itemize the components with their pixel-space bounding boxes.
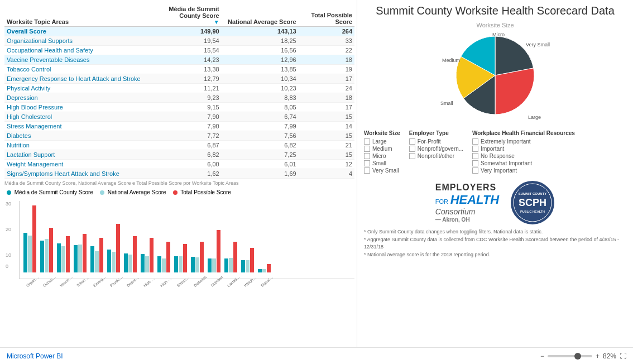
filter-item: Very Important — [472, 167, 575, 174]
table-row: Tobacco Control 13,38 13,85 19 — [4, 65, 354, 74]
cell-total: 18 — [299, 55, 354, 65]
bar-group: Depression — [122, 236, 138, 279]
checkbox-extremely-important[interactable] — [472, 138, 478, 145]
cell-national: 6,74 — [222, 112, 299, 122]
bar-label: Emergency Respo... — [93, 275, 107, 288]
svg-text:SUMMIT COUNTY: SUMMIT COUNTY — [519, 192, 547, 195]
bar-national — [195, 257, 199, 272]
cell-total: 21 — [299, 141, 354, 150]
pie-segment-large — [495, 68, 534, 114]
cell-national: 7,56 — [222, 131, 299, 141]
table-row: Depression 9,23 8,83 18 — [4, 93, 354, 103]
pie-label-large: Large — [528, 114, 541, 120]
bar-group: Lactation Support — [223, 242, 238, 279]
bar-group: Occupational Heal... — [39, 228, 54, 279]
zoom-slider[interactable] — [548, 355, 592, 357]
bar-label: Signs/Symptoms ... — [260, 275, 275, 288]
filter-worksite-label: Worksite Size — [364, 130, 400, 136]
cell-national: 1,69 — [222, 169, 299, 179]
bars-row — [90, 238, 103, 272]
cell-topic: Overall Score — [4, 27, 145, 36]
cell-total: 15 — [299, 131, 354, 141]
cell-summit: 11,21 — [145, 84, 222, 93]
bar-summit — [157, 256, 161, 272]
checkbox-large[interactable] — [364, 138, 370, 145]
bar-summit — [224, 258, 228, 272]
bar-group: Physical Activity — [106, 224, 121, 279]
cell-summit: 13,38 — [145, 65, 222, 74]
checkbox-nonprofit-gov[interactable] — [409, 146, 415, 152]
checkbox-medium[interactable] — [364, 146, 370, 152]
bar-group: Organizational Su... — [22, 205, 37, 279]
filter-employer-type: Employer Type For-Profit Nonprofit/gover… — [409, 130, 463, 175]
checkbox-small[interactable] — [364, 160, 370, 166]
powerbi-link[interactable]: Microsoft Power BI — [7, 352, 63, 360]
table-row: Signs/Symptoms Heart Attack and Stroke 1… — [4, 169, 354, 179]
table-row: High Cholesterol 7,90 6,74 15 — [4, 112, 354, 122]
bar-chart: Organizational Su... Occupational Heal..… — [19, 201, 354, 279]
filter-financial: Workplace Health Financial Resources Ext… — [472, 130, 575, 175]
cell-topic: Signs/Symptoms Heart Attack and Stroke — [4, 169, 145, 179]
pie-label-medium: Medium — [442, 58, 460, 63]
filter-item: Micro — [364, 153, 400, 159]
bars-row — [191, 242, 204, 272]
checkbox-somewhat-important[interactable] — [472, 160, 478, 166]
cell-summit: 149,90 — [145, 27, 222, 36]
zoom-minus[interactable]: − — [540, 352, 544, 360]
bar-summit — [174, 256, 178, 272]
checkbox-for-profit[interactable] — [409, 138, 415, 145]
data-table: Worksite Topic Areas Média de Summit Cou… — [4, 4, 354, 179]
bar-label: High Cholesterol — [160, 275, 174, 288]
bar-total — [83, 234, 87, 272]
checkbox-nonprofit-other[interactable] — [409, 153, 415, 159]
footnote-1: * Only Summit County data changes when t… — [364, 228, 626, 236]
bottom-bar: Microsoft Power BI − + 82% ⛶ — [0, 347, 633, 364]
cell-summit: 15,54 — [145, 46, 222, 55]
zoom-plus[interactable]: + — [596, 352, 600, 360]
filter-item: Large — [364, 138, 400, 145]
filters-row: Worksite Size Large Medium Micro Small — [364, 130, 626, 175]
checkbox-important[interactable] — [472, 146, 478, 152]
scph-logo: SUMMIT COUNTY PUBLIC HEALTH SCPH — [510, 180, 555, 225]
bar-summit — [191, 257, 195, 272]
cell-topic: Vaccine Preventable Diseases — [4, 55, 145, 65]
bars-row — [141, 238, 154, 272]
checkbox-very-small[interactable] — [364, 167, 370, 174]
bar-national — [229, 258, 233, 272]
cell-national: 143,13 — [222, 27, 299, 36]
efc-health: HEALTH — [450, 193, 500, 207]
cell-total: 22 — [299, 46, 354, 55]
pie-title: Worksite Size — [476, 22, 514, 28]
checkbox-very-important[interactable] — [472, 167, 478, 174]
fullscreen-icon[interactable]: ⛶ — [620, 352, 626, 360]
bar-summit — [208, 258, 212, 272]
bar-national — [78, 245, 82, 272]
bar-label: Occupational Heal... — [42, 275, 57, 288]
efc-employers: EMPLOYERS — [435, 182, 499, 193]
cell-national: 16,56 — [222, 46, 299, 55]
cell-national: 18,25 — [222, 36, 299, 46]
bar-summit — [107, 250, 111, 272]
bars-row — [241, 248, 254, 272]
cell-summit: 7,90 — [145, 122, 222, 131]
bars-row — [124, 236, 137, 272]
bar-label: Lactation Support — [227, 275, 241, 288]
bar-total — [183, 244, 187, 272]
cell-national: 12,96 — [222, 55, 299, 65]
summit-dot — [7, 190, 11, 195]
bar-summit — [258, 269, 262, 272]
cell-topic: Emergency Response to Heart Attack and S… — [4, 74, 145, 84]
footnote-2: * Aggregate Summit County data is collec… — [364, 236, 626, 251]
bar-national — [95, 251, 99, 272]
bars-row — [23, 205, 36, 272]
cell-topic: Physical Activity — [4, 84, 145, 93]
footnotes: * Only Summit County data changes when t… — [364, 228, 626, 258]
cell-summit: 6,82 — [145, 150, 222, 160]
cell-summit: 7,72 — [145, 131, 222, 141]
y-label-10: 10 — [6, 252, 11, 258]
col-header-national: National Average Score — [222, 4, 299, 27]
checkbox-no-response[interactable] — [472, 153, 478, 159]
filter-item: Small — [364, 160, 400, 166]
bar-label: Physical Activity — [109, 275, 124, 288]
checkbox-micro[interactable] — [364, 153, 370, 159]
